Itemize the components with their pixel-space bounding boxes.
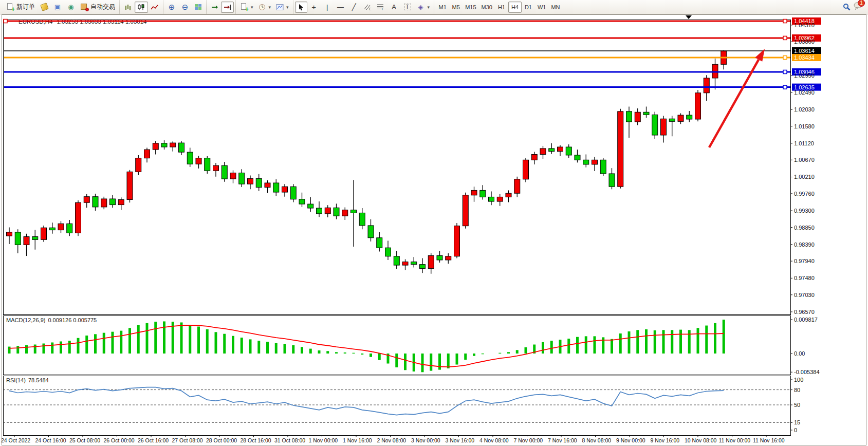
candle-body-up xyxy=(592,160,598,164)
timeframe-m15[interactable]: M15 xyxy=(463,2,478,13)
price-tick-label: 1.01120 xyxy=(794,140,814,146)
timeframe-m1[interactable]: M1 xyxy=(436,2,449,13)
bar-chart-button[interactable] xyxy=(121,2,135,13)
text-label-button[interactable]: T xyxy=(401,2,414,13)
price-tick-label: 1.00210 xyxy=(794,174,815,180)
line-handle[interactable] xyxy=(783,36,787,40)
candle-body-down xyxy=(334,208,339,216)
candle-body-up xyxy=(695,93,701,119)
tile-windows-button[interactable] xyxy=(192,2,205,13)
new-order-button-label: 新订单 xyxy=(16,3,35,11)
timeframe-h1[interactable]: H1 xyxy=(495,2,508,13)
chart-canvas[interactable]: EURUSD,H41.03253 1.03633 1.03114 1.03614… xyxy=(0,14,868,446)
terminal-button[interactable]: ▣ xyxy=(51,2,64,13)
mt4-window: +新订单▣◉自动交易⊕⊖+▾▾▾+|—╱EFAT◈▾M1M5M15M30H1H4… xyxy=(0,0,868,446)
line-handle[interactable] xyxy=(783,85,787,89)
arrows-button[interactable]: ◈▾ xyxy=(414,2,433,13)
time-tick-label: 2 Nov 08:00 xyxy=(377,437,407,443)
new-order-button[interactable]: +新订单 xyxy=(4,2,38,13)
timeframe-w1[interactable]: W1 xyxy=(535,2,549,13)
line-handle[interactable] xyxy=(783,20,787,23)
candle-body-up xyxy=(428,255,434,268)
crosshair-button[interactable]: + xyxy=(307,2,321,13)
candle-body-up xyxy=(196,158,201,164)
candle-body-up xyxy=(24,237,29,245)
candle-body-down xyxy=(394,256,399,265)
candle xyxy=(76,200,81,236)
price-tick-label: 0.97030 xyxy=(794,292,815,298)
price-tick-label: 0.98390 xyxy=(794,241,815,248)
indicators-button[interactable]: +▾ xyxy=(237,2,256,13)
text-button[interactable]: A xyxy=(387,2,401,13)
toolbar-group-zoom: ⊕⊖ xyxy=(163,0,206,14)
macd-tick-label: 0.009817 xyxy=(794,317,818,323)
candle-body-down xyxy=(566,147,571,155)
candle-body-down xyxy=(583,160,589,164)
candle xyxy=(463,193,468,229)
line-handle[interactable] xyxy=(783,70,787,73)
horizontal-line-button[interactable]: — xyxy=(334,2,347,13)
chart-shift-button[interactable] xyxy=(221,2,234,13)
chart-shift-marker[interactable] xyxy=(686,15,692,19)
timeframe-m30-label: M30 xyxy=(482,4,492,10)
macd-tick-label: 0.00 xyxy=(794,350,805,357)
timeframe-m5[interactable]: M5 xyxy=(449,2,463,13)
candle xyxy=(695,90,701,121)
line-handle[interactable] xyxy=(783,55,787,59)
auto-scroll-button[interactable] xyxy=(208,2,221,13)
rsi-tick-label: 15 xyxy=(794,419,800,425)
candle xyxy=(454,223,460,258)
candle-body-down xyxy=(49,228,55,230)
candle-body-up xyxy=(101,199,107,207)
chevron-down-icon: ▾ xyxy=(428,5,430,10)
timeframe-h4[interactable]: H4 xyxy=(508,2,522,13)
timeframe-mn-label: MN xyxy=(551,4,560,10)
signals-button[interactable]: ◉ xyxy=(64,2,78,13)
templates-button[interactable]: ▾ xyxy=(273,2,291,13)
rsi-tick-label: 80 xyxy=(794,387,800,393)
trendline-button[interactable]: ╱ xyxy=(347,2,361,13)
candle-body-up xyxy=(514,179,520,193)
candlestick-chart-button[interactable] xyxy=(135,2,148,13)
price-badge-label: 1.03614 xyxy=(794,48,815,54)
fibonacci-button[interactable]: F xyxy=(374,2,387,13)
toolbar-group-objects-menus: +▾▾▾ xyxy=(235,0,293,14)
time-tick-label: 25 Oct 08:00 xyxy=(69,437,100,443)
price-tick-label: 0.97940 xyxy=(794,258,815,264)
price-axis[interactable]: 1.043101.038601.029501.024901.020301.015… xyxy=(790,22,815,315)
timeframe-d1[interactable]: D1 xyxy=(522,2,535,13)
metaeditor-button[interactable] xyxy=(38,2,51,13)
notifications-button[interactable]: 1 xyxy=(854,2,862,12)
zoom-in-button[interactable]: ⊕ xyxy=(165,2,178,13)
candle-body-down xyxy=(239,173,245,184)
candle-body-up xyxy=(497,197,503,201)
candle-body-up xyxy=(463,195,468,226)
cursor-button[interactable] xyxy=(295,2,307,13)
candle xyxy=(618,109,623,189)
autotrading-button[interactable]: 自动交易 xyxy=(78,2,118,13)
candle-body-down xyxy=(687,115,692,119)
line-chart-button[interactable] xyxy=(148,2,161,13)
candle-body-up xyxy=(635,112,640,122)
time-tick-label: 9 Nov 16:00 xyxy=(651,437,680,443)
svg-text:E: E xyxy=(369,7,372,11)
line-handle[interactable] xyxy=(4,20,7,23)
price-tick-label: 1.00670 xyxy=(794,157,815,163)
candle-body-down xyxy=(351,210,357,213)
timeframe-mn[interactable]: MN xyxy=(548,2,562,13)
zoom-out-button[interactable]: ⊖ xyxy=(178,2,192,13)
periods-button[interactable]: ▾ xyxy=(256,2,274,13)
candle-body-down xyxy=(93,197,98,207)
candle-body-up xyxy=(558,147,563,152)
timeframe-m30[interactable]: M30 xyxy=(479,2,495,13)
vertical-line-button[interactable]: | xyxy=(321,2,334,13)
candle-body-up xyxy=(76,202,81,233)
search-icon[interactable] xyxy=(842,3,851,11)
candle-body-up xyxy=(84,197,89,203)
time-axis[interactable]: 24 Oct 202224 Oct 16:0025 Oct 08:0026 Oc… xyxy=(1,435,785,443)
candle-body-down xyxy=(626,112,632,122)
candle-body-down xyxy=(368,226,374,238)
time-tick-label: 4 Nov 08:00 xyxy=(479,437,509,443)
rsi-tick-label: 100 xyxy=(794,377,803,383)
channel-button[interactable]: E xyxy=(361,2,374,13)
